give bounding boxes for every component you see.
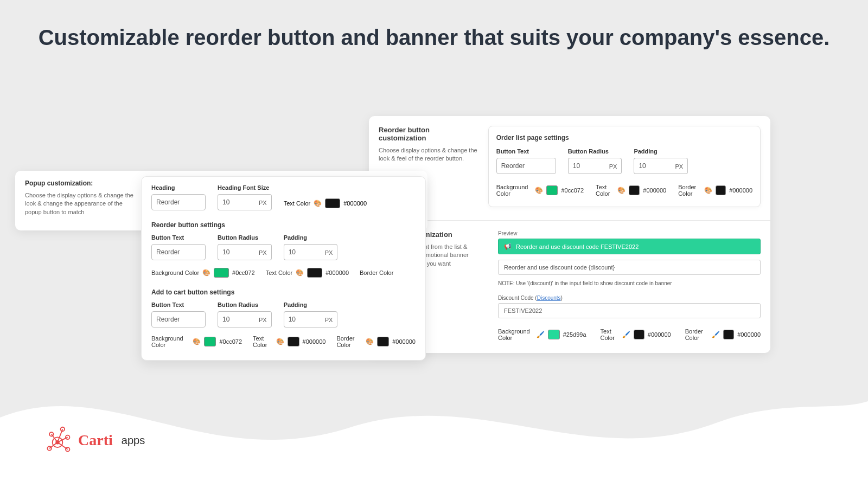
ac-bg-label: Background Color [151,335,189,348]
text-swatch[interactable] [629,185,640,195]
rb-bg-swatch[interactable] [214,268,229,278]
banner-border-hex: #000000 [737,331,761,338]
bg-color-label: Background Color [496,184,532,197]
banner-preview: 📢 Reorder and use discount code FESTIVE2… [498,239,761,254]
banner-text-hex: #000000 [648,331,671,338]
page-headline: Customizable reorder button and banner t… [0,0,868,51]
discount-code-input[interactable] [498,303,761,318]
popup-card-front: Heading Heading Font Size PX Text Color … [141,176,426,361]
ac-button-text-input[interactable] [151,311,206,328]
brand-name: Carti [78,432,113,449]
color-picker-icon[interactable]: 🖌️ [712,331,720,338]
banner-preview-text: Reorder and use discount code FESTIVE202… [516,243,639,250]
heading-font-label: Heading Font Size [218,184,272,191]
brand-logo-icon [42,425,73,455]
banner-bg-label: Background Color [498,328,533,341]
banner-border-swatch[interactable] [723,330,734,339]
button-text-label: Button Text [496,148,556,155]
banner-bg-hex: #25d99a [563,331,586,338]
ac-border-label: Border Color [336,335,362,348]
banner-template-input[interactable] [498,260,761,275]
ac-button-text-label: Button Text [151,301,206,308]
color-picker-icon[interactable]: 🎨 [202,269,210,277]
px-suffix: PX [671,158,688,174]
rb-button-radius-label: Button Radius [218,234,272,241]
rb-text-label: Text Color [266,269,293,276]
reorder-custom-text: Choose display options & change the look… [379,146,477,163]
padding-input[interactable] [634,158,671,174]
heading-text-swatch[interactable] [325,198,340,208]
px-suffix: PX [321,244,338,260]
banner-text-label: Text Color [601,328,619,341]
ac-border-swatch[interactable] [377,337,389,346]
reorder-settings-heading: Reorder button settings [151,221,416,229]
banner-note: NOTE: Use '(discount)' in the input fiel… [498,280,761,286]
color-picker-icon[interactable]: 🎨 [314,200,322,207]
px-suffix: PX [254,244,272,260]
rb-padding-label: Padding [284,234,338,241]
popup-desc: Choose the display options & change the … [25,191,133,216]
heading-text-color-label: Text Color [284,200,311,207]
px-suffix: PX [254,194,272,210]
rb-text-hex: #000000 [326,269,349,276]
rb-text-swatch[interactable] [307,268,322,278]
heading-font-input[interactable] [218,194,254,210]
rb-button-text-input[interactable] [151,244,206,260]
ac-bg-swatch[interactable] [204,337,216,346]
brand-sub: apps [122,434,145,447]
bg-swatch[interactable] [546,185,558,195]
border-hex: #000000 [729,187,752,194]
ac-padding-label: Padding [284,301,338,308]
brand-footer: Carti apps [42,425,145,455]
color-picker-icon[interactable]: 🖌️ [622,331,630,338]
right-card: Reorder button customization Choose disp… [369,116,770,353]
banner-panel: Preview 📢 Reorder and use discount code … [498,230,761,341]
rb-bg-hex: #0cc072 [232,269,255,276]
rb-padding-input[interactable] [284,244,321,260]
heading-text-hex: #000000 [343,200,367,207]
ac-border-hex: #000000 [392,338,416,345]
px-suffix: PX [321,311,338,328]
heading-label: Heading [151,184,206,191]
button-text-input[interactable] [496,158,556,174]
order-list-panel: Order list page settings Button Text But… [488,126,761,207]
color-picker-icon[interactable]: 🎨 [193,338,201,345]
discounts-link[interactable]: Discounts [537,295,561,301]
ac-text-hex: #000000 [303,338,326,345]
color-picker-icon[interactable]: 🎨 [366,338,374,345]
heading-input[interactable] [151,194,206,210]
megaphone-icon: 📢 [504,243,512,250]
reorder-custom-title: Reorder button customization [379,126,477,142]
border-swatch[interactable] [716,185,726,195]
color-picker-icon[interactable]: 🎨 [535,187,543,194]
text-hex: #000000 [643,187,666,194]
rb-border-label: Border Color [360,269,393,276]
ac-button-radius-label: Button Radius [218,301,272,308]
button-radius-label: Button Radius [568,148,622,155]
border-color-label: Border Color [678,184,701,197]
ac-button-radius-input[interactable] [218,311,254,328]
padding-label: Padding [634,148,688,155]
order-list-title: Order list page settings [496,134,752,142]
ac-padding-input[interactable] [284,311,321,328]
preview-label: Preview [498,230,761,236]
ac-text-swatch[interactable] [288,337,299,346]
bg-hex: #0cc072 [561,187,584,194]
rb-button-radius-input[interactable] [218,244,254,260]
color-picker-icon[interactable]: 🎨 [704,187,712,194]
color-picker-icon[interactable]: 🖌️ [537,331,545,338]
banner-border-label: Border Color [685,328,709,341]
px-suffix: PX [254,311,272,328]
color-picker-icon[interactable]: 🎨 [276,338,284,345]
text-color-label: Text Color [596,184,614,197]
color-picker-icon[interactable]: 🎨 [617,187,626,194]
banner-text-swatch[interactable] [634,330,644,339]
ac-text-label: Text Color [253,335,273,348]
ac-bg-hex: #0cc072 [219,338,242,345]
button-radius-input[interactable] [568,158,605,174]
discount-code-label: Discount Code [498,295,534,301]
rb-button-text-label: Button Text [151,234,206,241]
color-picker-icon[interactable]: 🎨 [296,269,304,277]
banner-bg-swatch[interactable] [548,330,559,339]
px-suffix: PX [605,158,622,174]
